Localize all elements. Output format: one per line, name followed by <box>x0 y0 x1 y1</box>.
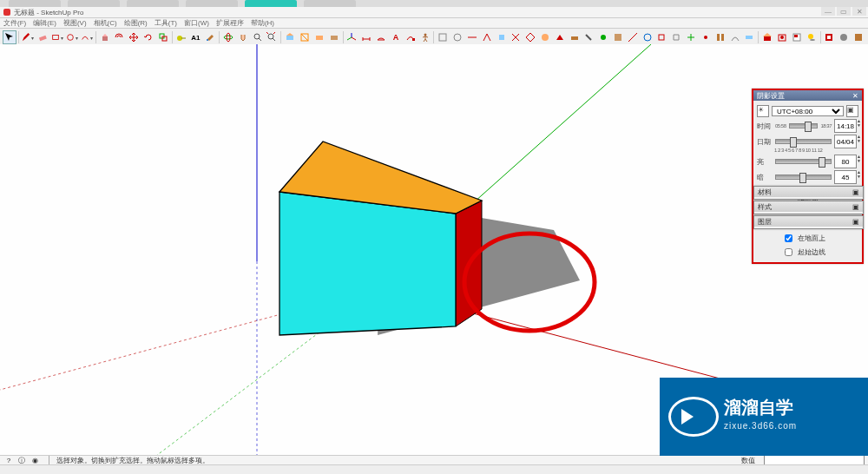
tool-icon[interactable] <box>684 30 698 44</box>
collapse-icon[interactable]: ▣ <box>852 203 859 211</box>
menu-file[interactable]: 文件(F) <box>3 18 26 28</box>
section-display-icon[interactable] <box>298 30 312 44</box>
layers-panel[interactable]: 图层▣ <box>753 215 864 229</box>
panel-title-text: 阴影设置 <box>757 91 785 101</box>
followme-tool-icon[interactable] <box>404 30 418 44</box>
shadow-settings-panel[interactable]: 阴影设置 ✕ ☀ UTC+08:00 ▣ 时间 05:58 18:37 ▲▼ <box>752 89 864 264</box>
tool-icon[interactable] <box>837 30 851 44</box>
date-slider[interactable] <box>775 139 832 144</box>
svg-rect-0 <box>39 36 47 41</box>
arc-tool-icon[interactable] <box>80 30 94 44</box>
warehouse-icon[interactable] <box>760 30 774 44</box>
pencil-tool-icon[interactable] <box>21 30 35 44</box>
tool-icon[interactable] <box>669 30 683 44</box>
section-tool-icon[interactable] <box>283 30 297 44</box>
menu-tools[interactable]: 工具(T) <box>155 18 177 28</box>
date-value-input[interactable] <box>834 135 857 148</box>
section-fill-icon[interactable] <box>327 30 341 44</box>
light-value-input[interactable] <box>834 155 857 168</box>
move-tool-icon[interactable] <box>127 30 141 44</box>
tool-icon[interactable] <box>436 30 450 44</box>
menu-window[interactable]: 窗口(W) <box>184 18 209 28</box>
protractor-tool-icon[interactable] <box>374 30 388 44</box>
axes-tool-icon[interactable] <box>345 30 359 44</box>
tool-icon[interactable] <box>538 30 552 44</box>
shadow-toggle-icon[interactable]: ☀ <box>757 105 769 117</box>
from-edge-checkbox[interactable] <box>785 248 792 256</box>
paint-tool-icon[interactable] <box>203 30 217 44</box>
zoom-extents-icon[interactable] <box>266 30 279 44</box>
collapse-icon[interactable]: ▣ <box>852 188 859 196</box>
pushpull-tool-icon[interactable] <box>98 30 112 44</box>
materials-title: 材料 <box>758 188 772 197</box>
tool-icon[interactable] <box>480 30 494 44</box>
tool-icon[interactable] <box>509 30 523 44</box>
svg-point-27 <box>704 36 707 39</box>
rectangle-tool-icon[interactable] <box>50 30 64 44</box>
tool-icon[interactable] <box>450 30 464 44</box>
time-slider[interactable] <box>789 123 819 128</box>
dark-slider[interactable] <box>775 174 832 180</box>
circle-tool-icon[interactable] <box>65 30 79 44</box>
styles-panel[interactable]: 样式▣ <box>753 201 864 214</box>
tool-icon[interactable] <box>523 30 537 44</box>
eraser-tool-icon[interactable] <box>36 30 49 44</box>
collapse-icon[interactable]: ▣ <box>852 218 859 226</box>
tool-icon[interactable] <box>655 30 669 44</box>
timezone-select[interactable]: UTC+08:00 <box>772 106 844 116</box>
svg-rect-35 <box>794 35 798 37</box>
tape-tool-icon[interactable] <box>174 30 188 44</box>
svg-point-36 <box>808 34 813 39</box>
menu-draw[interactable]: 绘图(R) <box>124 18 148 28</box>
tool-icon[interactable] <box>465 30 479 44</box>
tool-icon[interactable] <box>713 30 727 44</box>
orbit-tool-icon[interactable] <box>221 30 235 44</box>
tool-icon[interactable] <box>596 30 610 44</box>
minimize-button[interactable]: — <box>821 7 835 16</box>
3dtext-tool-icon[interactable]: A <box>389 30 403 44</box>
svg-rect-3 <box>102 36 108 41</box>
select-tool-icon[interactable] <box>3 30 16 44</box>
shadows-toggle-icon[interactable] <box>805 30 819 44</box>
tool-icon[interactable] <box>495 30 509 44</box>
layout-icon[interactable] <box>790 30 804 44</box>
text-tool-icon[interactable]: A1 <box>188 30 202 44</box>
sketchup-logo-icon[interactable] <box>822 30 836 44</box>
panel-close-icon[interactable]: ✕ <box>852 92 858 100</box>
menu-view[interactable]: 视图(V) <box>63 18 87 28</box>
expand-icon[interactable]: ▣ <box>846 105 858 117</box>
on-ground-checkbox[interactable] <box>785 234 792 242</box>
window-title: 无标题 - SketchUp Pro <box>14 8 83 17</box>
time-end: 18:37 <box>820 123 832 128</box>
maximize-button[interactable]: ▭ <box>837 7 851 16</box>
zoom-tool-icon[interactable] <box>251 30 265 44</box>
section-cut-icon[interactable] <box>312 30 326 44</box>
light-slider[interactable] <box>775 159 832 164</box>
tool-icon[interactable] <box>699 30 713 44</box>
menu-edit[interactable]: 编辑(E) <box>33 18 56 28</box>
rotate-tool-icon[interactable] <box>141 30 155 44</box>
tool-icon[interactable] <box>568 30 582 44</box>
dark-value-input[interactable] <box>834 170 857 184</box>
offset-tool-icon[interactable] <box>112 30 126 44</box>
dimension-tool-icon[interactable] <box>359 30 373 44</box>
tool-icon[interactable] <box>742 30 756 44</box>
tool-icon[interactable] <box>852 30 865 44</box>
tool-icon[interactable] <box>641 30 654 44</box>
close-button[interactable]: ✕ <box>852 7 866 16</box>
tool-icon[interactable] <box>553 30 567 44</box>
time-value-input[interactable] <box>834 119 857 133</box>
menu-camera[interactable]: 相机(C) <box>94 18 117 28</box>
tool-icon[interactable] <box>582 30 596 44</box>
menu-ext[interactable]: 扩展程序 <box>216 18 244 28</box>
scale-tool-icon[interactable] <box>156 30 170 44</box>
materials-panel[interactable]: 材料▣ <box>753 186 864 200</box>
tool-icon[interactable] <box>728 30 742 44</box>
time-label: 时间 <box>757 122 773 131</box>
tool-icon[interactable] <box>626 30 640 44</box>
pan-tool-icon[interactable] <box>236 30 250 44</box>
tool-icon[interactable] <box>611 30 625 44</box>
walk-tool-icon[interactable] <box>418 30 432 44</box>
ext-warehouse-icon[interactable] <box>775 30 789 44</box>
menu-help[interactable]: 帮助(H) <box>251 18 274 28</box>
